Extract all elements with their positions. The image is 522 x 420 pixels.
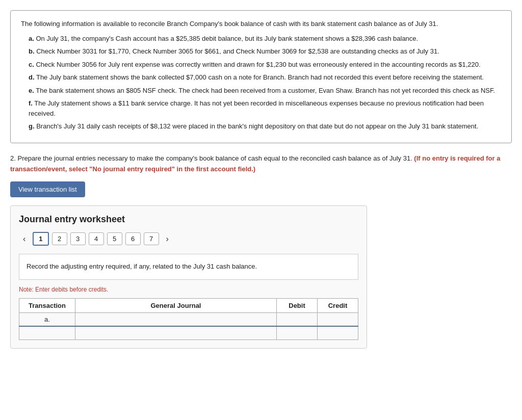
credit-cell-b[interactable] bbox=[318, 326, 358, 340]
debit-cell-a[interactable] bbox=[277, 313, 318, 327]
credit-input-a[interactable] bbox=[322, 316, 354, 323]
pagination: ‹ 1 2 3 4 5 6 7 › bbox=[19, 232, 358, 246]
transaction-cell-a: a. bbox=[19, 313, 75, 327]
header-credit: Credit bbox=[318, 299, 358, 313]
general-journal-input-b[interactable] bbox=[80, 329, 272, 337]
description-text: Record the adjusting entry required, if … bbox=[27, 262, 257, 270]
info-list-item: d. The July bank statement shows the ban… bbox=[26, 72, 501, 83]
transaction-cell-b bbox=[19, 326, 75, 340]
page-3[interactable]: 3 bbox=[70, 232, 86, 245]
info-list-item: a. On July 31, the company's Cash accoun… bbox=[26, 34, 501, 44]
journal-table: Transaction General Journal Debit Credit… bbox=[19, 298, 358, 340]
general-journal-input-a[interactable] bbox=[80, 316, 272, 323]
page-7[interactable]: 7 bbox=[144, 232, 159, 245]
credit-input-b[interactable] bbox=[322, 329, 354, 337]
worksheet-title: Journal entry worksheet bbox=[19, 214, 358, 225]
view-transaction-list-button[interactable]: View transaction list bbox=[10, 181, 85, 197]
note-text: Note: Enter debits before credits. bbox=[19, 286, 358, 293]
info-list-item: e. The bank statement shows an $805 NSF … bbox=[26, 86, 501, 96]
page-4[interactable]: 4 bbox=[89, 232, 104, 245]
question-main: Prepare the journal entries necessary to… bbox=[17, 154, 414, 162]
info-box: The following information is available t… bbox=[10, 10, 512, 143]
worksheet-container: Journal entry worksheet ‹ 1 2 3 4 5 6 7 … bbox=[10, 205, 367, 349]
info-list: a. On July 31, the company's Cash accoun… bbox=[21, 34, 501, 132]
description-box: Record the adjusting entry required, if … bbox=[19, 254, 358, 280]
question-text: 2. Prepare the journal entries necessary… bbox=[10, 153, 512, 175]
page-6[interactable]: 6 bbox=[125, 232, 141, 245]
debit-input-a[interactable] bbox=[281, 316, 313, 323]
question-number: 2. bbox=[10, 154, 17, 162]
pagination-next[interactable]: › bbox=[162, 232, 173, 246]
debit-input-b[interactable] bbox=[281, 329, 313, 337]
header-debit: Debit bbox=[277, 299, 318, 313]
info-list-item: b. Check Number 3031 for $1,770, Check N… bbox=[26, 46, 501, 57]
table-row bbox=[19, 326, 358, 340]
table-row: a. bbox=[19, 313, 358, 327]
page-1[interactable]: 1 bbox=[33, 232, 48, 246]
general-journal-cell-a[interactable] bbox=[75, 313, 277, 327]
debit-cell-b[interactable] bbox=[277, 326, 318, 340]
header-general-journal: General Journal bbox=[75, 299, 277, 313]
intro-text: The following information is available t… bbox=[21, 19, 501, 30]
credit-cell-a[interactable] bbox=[318, 313, 358, 327]
page-5[interactable]: 5 bbox=[107, 232, 122, 245]
info-list-item: c. Check Number 3056 for July rent expen… bbox=[26, 60, 501, 70]
pagination-prev[interactable]: ‹ bbox=[19, 232, 30, 246]
info-list-item: g. Branch's July 31 daily cash receipts … bbox=[26, 121, 501, 132]
info-list-item: f. The July statement shows a $11 bank s… bbox=[26, 98, 501, 118]
general-journal-cell-b[interactable] bbox=[75, 326, 277, 340]
page-2[interactable]: 2 bbox=[52, 232, 67, 245]
header-transaction: Transaction bbox=[19, 299, 75, 313]
table-header-row: Transaction General Journal Debit Credit bbox=[19, 299, 358, 313]
